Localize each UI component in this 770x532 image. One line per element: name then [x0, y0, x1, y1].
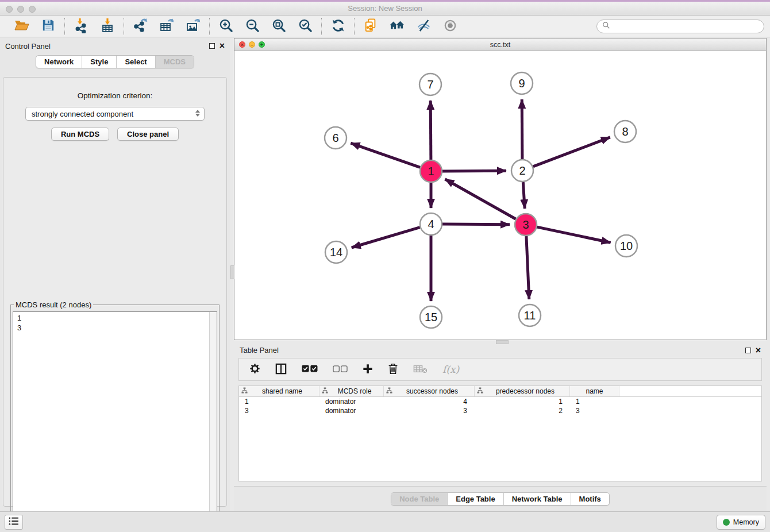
table-panel-float-icon[interactable]: [745, 348, 751, 353]
save-session-button[interactable]: [38, 17, 59, 36]
table-row[interactable]: 3dominator323: [239, 406, 761, 415]
zoom-fit-button[interactable]: [268, 17, 289, 36]
graph-node-9[interactable]: 9: [511, 72, 533, 94]
graph-node-8[interactable]: 8: [614, 121, 636, 142]
open-session-button[interactable]: [11, 17, 32, 36]
hide-selected-icon: [417, 18, 431, 34]
graph-node-2[interactable]: 2: [511, 160, 533, 182]
tab-node-table[interactable]: Node Table: [391, 493, 447, 505]
window-zoom-icon[interactable]: [29, 6, 36, 13]
table-row[interactable]: 1dominator411: [239, 397, 761, 406]
cell-name[interactable]: 1: [570, 398, 619, 406]
optimization-criterion-select[interactable]: strongly connected component: [25, 107, 205, 121]
graph-node-11[interactable]: 11: [519, 304, 541, 326]
graph-node-4[interactable]: 4: [420, 213, 442, 235]
tab-motifs[interactable]: Motifs: [571, 493, 609, 505]
memory-button[interactable]: Memory: [717, 515, 765, 530]
graph-edge-2-8[interactable]: [533, 137, 610, 167]
graph-edge-1-6[interactable]: [351, 143, 420, 167]
export-image-button[interactable]: [183, 17, 203, 36]
tab-mcds[interactable]: MCDS: [155, 56, 194, 68]
add-column-icon: [363, 364, 373, 376]
tab-network[interactable]: Network: [36, 56, 82, 68]
window-minimize-icon[interactable]: [17, 6, 24, 13]
table-settings-icon: [249, 363, 260, 376]
search-input[interactable]: [614, 22, 759, 30]
graph-node-6[interactable]: 6: [325, 127, 346, 149]
graph-node-14[interactable]: 14: [325, 241, 347, 263]
run-mcds-button[interactable]: Run MCDS: [51, 128, 109, 141]
apply-layout-button[interactable]: [328, 17, 348, 36]
column-header-predecessor-nodes[interactable]: predecessor nodes: [475, 386, 570, 396]
export-network-button[interactable]: [130, 17, 151, 36]
graph-node-7[interactable]: 7: [419, 74, 441, 95]
export-table-button[interactable]: [156, 17, 177, 36]
graph-node-1[interactable]: 1: [420, 160, 442, 182]
vertical-splitter[interactable]: [230, 38, 234, 511]
graph-node-15[interactable]: 15: [420, 306, 442, 328]
network-graph[interactable]: 1234678910111415: [234, 51, 765, 340]
show-all-button[interactable]: [440, 17, 460, 36]
graph-edge-1-7[interactable]: [430, 101, 431, 160]
mcds-result-text: 13: [13, 312, 217, 334]
column-header-shared-name[interactable]: shared name: [239, 386, 319, 396]
cell-shared-name[interactable]: 3: [239, 407, 319, 415]
graph-edge-3-1[interactable]: [445, 179, 515, 219]
graph-edge-3-11[interactable]: [526, 236, 529, 299]
graph-node-label: 3: [522, 218, 529, 231]
column-header-successor-nodes[interactable]: successor nodes: [384, 386, 475, 396]
column-header-mcds-role[interactable]: MCDS role: [319, 386, 384, 396]
graph-node-label: 14: [330, 246, 342, 259]
close-panel-button[interactable]: Close panel: [117, 128, 179, 141]
graph-edge-2-9[interactable]: [522, 99, 522, 159]
cell-successor-nodes[interactable]: 3: [384, 407, 475, 415]
cell-predecessor-nodes[interactable]: 2: [475, 407, 570, 415]
import-network-icon: [74, 18, 88, 35]
graph-edge-4-14[interactable]: [352, 228, 420, 248]
column-header-name[interactable]: name: [570, 386, 619, 396]
cell-predecessor-nodes[interactable]: 1: [475, 398, 570, 406]
tab-edge-table[interactable]: Edge Table: [447, 493, 503, 505]
column-visibility-button[interactable]: [275, 363, 287, 376]
window-close-icon[interactable]: [6, 6, 13, 13]
tab-select[interactable]: Select: [116, 56, 155, 68]
tab-network-table[interactable]: Network Table: [503, 493, 571, 505]
hide-selected-button[interactable]: [413, 17, 434, 36]
window-traffic-lights[interactable]: [6, 6, 36, 13]
cell-successor-nodes[interactable]: 4: [384, 398, 475, 406]
cell-name[interactable]: 3: [570, 407, 619, 415]
select-all-rows-button[interactable]: [302, 365, 318, 374]
clone-network-button[interactable]: [360, 17, 381, 36]
mcds-result-scrollbar[interactable]: [209, 312, 217, 513]
cell-shared-name[interactable]: 1: [239, 398, 319, 406]
zoom-in-button[interactable]: [215, 17, 236, 36]
cell-mcds-role[interactable]: dominator: [319, 407, 384, 415]
node-table[interactable]: shared nameMCDS rolesuccessor nodesprede…: [238, 385, 762, 481]
table-panel-close-icon[interactable]: ×: [756, 348, 761, 353]
task-history-button[interactable]: [5, 515, 23, 530]
deselect-all-rows-button[interactable]: [333, 365, 348, 374]
add-column-button[interactable]: [363, 364, 373, 376]
graph-edge-3-10[interactable]: [537, 227, 611, 242]
search-box[interactable]: [596, 20, 764, 33]
cell-mcds-role[interactable]: dominator: [319, 398, 384, 406]
horizontal-splitter[interactable]: [234, 340, 767, 343]
graph-node-10[interactable]: 10: [615, 235, 637, 257]
control-panel-float-icon[interactable]: [209, 43, 215, 49]
zoom-selected-button[interactable]: [295, 17, 315, 36]
graph-node-3[interactable]: 3: [515, 214, 537, 236]
import-table-button[interactable]: [97, 17, 118, 36]
tab-style[interactable]: Style: [82, 56, 116, 68]
graph-edge-1-2[interactable]: [442, 171, 506, 171]
network-canvas[interactable]: 1234678910111415: [234, 51, 766, 340]
first-neighbors-button[interactable]: [387, 17, 407, 36]
graph-edge-2-3[interactable]: [523, 182, 525, 209]
mcds-result-box[interactable]: 13: [13, 311, 217, 514]
table-settings-button[interactable]: [249, 363, 260, 376]
zoom-out-button[interactable]: [242, 17, 263, 36]
delete-column-button[interactable]: [388, 363, 398, 376]
import-network-button[interactable]: [71, 17, 91, 36]
optimization-criterion-label: Optimization criterion:: [8, 91, 222, 100]
graph-edge-4-3[interactable]: [442, 224, 510, 225]
control-panel-close-icon[interactable]: ×: [220, 43, 225, 49]
